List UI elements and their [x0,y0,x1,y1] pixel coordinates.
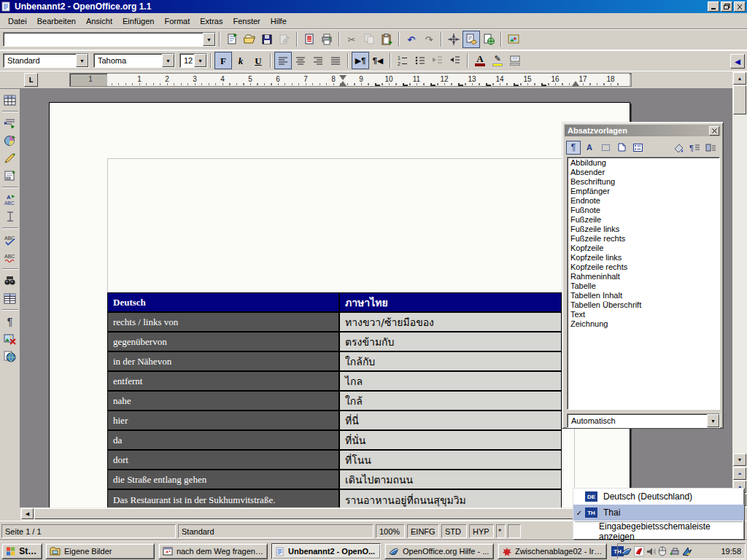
paragraph-styles-button[interactable]: ¶ [566,141,581,155]
table-cell-th[interactable]: ที่นี่ [340,411,561,429]
character-styles-button[interactable]: A [582,141,597,155]
underline-button[interactable]: U [249,52,267,69]
table-cell-de[interactable]: dort [108,451,340,469]
bird-icon[interactable] [681,546,692,556]
update-style-button[interactable] [703,141,718,155]
menu-item[interactable]: Bearbeiten [32,15,81,28]
paragraph-style-combobox[interactable]: Standard ▼ [3,53,89,68]
style-list-item[interactable]: Rahmeninhalt [569,272,718,281]
style-list-item[interactable]: Endnote [569,196,718,206]
increase-indent-button[interactable] [446,52,464,69]
style-list-item[interactable]: Beschriftung [569,177,718,187]
table-row[interactable]: entfernt ไกล [108,372,561,392]
table-cell-de[interactable]: rechts / links von [108,313,340,331]
task-unbenannt2-openoffice[interactable]: Unbenannt2 - OpenO... [271,543,381,559]
export-pdf-button[interactable] [301,31,318,48]
page-styles-button[interactable] [614,141,629,155]
style-list-item[interactable]: Absender [569,168,718,177]
menu-item[interactable]: Extras [195,15,228,28]
table-cell-de[interactable]: Das Restaurant ist in der Sukhumvitstraß… [108,490,340,508]
style-list-item[interactable]: Tabellen Überschrift [569,300,718,310]
table-row[interactable]: hier ที่นี่ [108,411,561,431]
table-row[interactable]: dort ที่โนน [108,451,561,470]
direct-cursor-button[interactable] [1,208,19,225]
font-name-combobox[interactable]: Tahoma ▼ [93,53,175,68]
nonprinting-characters-button[interactable]: ¶ [1,313,19,330]
cut-button[interactable]: ✂ [343,31,360,48]
autotext-button[interactable]: AABC [1,190,19,208]
printer-monitor-icon[interactable] [669,546,679,556]
input-language-menu[interactable]: DE Deutsch (Deutschland) ✓ TH Thai Einga… [573,488,745,540]
save-button[interactable] [258,31,276,48]
task-zwischenablage-irfanview[interactable]: Zwischenablage02 - Irf... [498,543,607,559]
volume-icon[interactable] [646,547,656,556]
task-openoffice-hilfe[interactable]: OpenOffice.org Hilfe - ... [384,543,494,559]
scroll-left-icon[interactable]: ◀ [21,508,34,519]
table-row[interactable]: gegenübervon ตรงข้ามกับ [108,332,561,352]
redo-button[interactable]: ↷ [420,31,438,48]
graphics-on-off-button[interactable] [1,330,19,348]
document-page[interactable]: Deutsch ภาษาไทย rechts / links von ทางขว… [49,102,630,508]
scroll-down-icon[interactable]: ▼ [733,454,746,466]
first-line-indent-marker[interactable] [339,75,347,80]
auto-spellcheck-button[interactable]: ABC [1,249,19,266]
style-list-item[interactable]: Fußzeile links [569,225,718,234]
start-button[interactable]: Start [1,543,42,559]
navigator-button[interactable] [445,31,462,48]
style-list[interactable]: AbbildungAbsenderBeschriftungEmpfängerEn… [567,157,720,410]
frame-styles-button[interactable] [598,141,613,155]
numbered-list-button[interactable]: 12 [394,52,411,69]
menu-item[interactable]: Format [159,15,195,28]
align-right-button[interactable] [309,52,327,69]
table-cell-th[interactable]: ที่นั่น [340,431,561,449]
task-eigene-bilder[interactable]: Eigene Bilder [45,543,155,559]
table-cell-th[interactable]: รานอาหานอยู่ที่ถนนสุขุมวิม [340,490,561,508]
menu-item[interactable]: Hilfe [266,15,292,28]
tab-type-selector[interactable]: L [24,73,38,87]
insert-object-button[interactable] [1,132,19,149]
justify-button[interactable] [327,52,344,69]
spellcheck-button[interactable]: ABC [1,231,19,249]
print-button[interactable] [318,31,336,48]
stylist-window[interactable]: Absatzvorlagen ¶ A ¶ AbbildungAbsenderBe… [562,122,724,429]
paragraph-background-button[interactable] [506,52,524,69]
table-cell-de[interactable]: in der Nähevon [108,352,340,370]
font-size-combobox[interactable]: 12 ▼ [179,53,207,68]
style-list-item[interactable]: Zeichnung [569,319,718,329]
online-layout-button[interactable] [1,348,19,365]
gallery-button[interactable] [505,31,522,48]
table-cell-de[interactable]: entfernt [108,372,340,390]
table-header-row[interactable]: Deutsch ภาษาไทย [108,293,561,313]
menu-item[interactable]: Datei [3,15,32,28]
open-button[interactable] [241,31,258,48]
numbering-styles-button[interactable] [630,141,645,155]
table-row[interactable]: nahe ใกล้ [108,392,561,411]
antivir-icon[interactable] [634,546,644,556]
style-list-item[interactable]: Fußzeile rechts [569,234,718,244]
undo-button[interactable]: ↶ [403,31,420,48]
openoffice-quickstart-icon[interactable] [621,546,632,556]
more-buttons-button[interactable]: ◀ [730,54,745,69]
table-cell-de[interactable]: nahe [108,392,340,410]
table-cell-th[interactable]: ใกล้ [340,392,561,410]
left-indent-marker[interactable] [339,81,347,86]
chevron-down-icon[interactable]: ▼ [707,414,719,427]
insert-button[interactable] [1,114,19,132]
style-list-item[interactable]: Kopfzeile links [569,253,718,262]
task-nach-dem-weg-fragen[interactable]: nach dem Weg fragen ... [158,543,268,559]
table-cell-th[interactable]: ไกล [340,372,561,390]
table-row[interactable]: in der Nähevon ใกล้กับ [108,352,561,372]
menu-item[interactable]: Fenster [228,15,265,28]
status-zoom[interactable]: 100% [376,524,405,538]
mouse-icon[interactable] [658,546,667,556]
draw-functions-button[interactable] [1,149,19,167]
style-list-item[interactable]: Kopfzeile rechts [569,262,718,272]
style-filter-combobox[interactable]: Automatisch ▼ [567,413,720,428]
table-row[interactable]: die Straße entlang gehen เดินไปตามถนน [108,470,561,490]
menu-item[interactable]: Einfügen [117,15,159,28]
table-cell-de[interactable]: hier [108,411,340,429]
tray-clock[interactable]: 19:58 [721,547,741,556]
style-list-item[interactable]: Tabelle [569,281,718,291]
previous-page-icon[interactable]: ⏶ [733,467,746,480]
language-item-german[interactable]: DE Deutsch (Deutschland) [573,489,744,505]
